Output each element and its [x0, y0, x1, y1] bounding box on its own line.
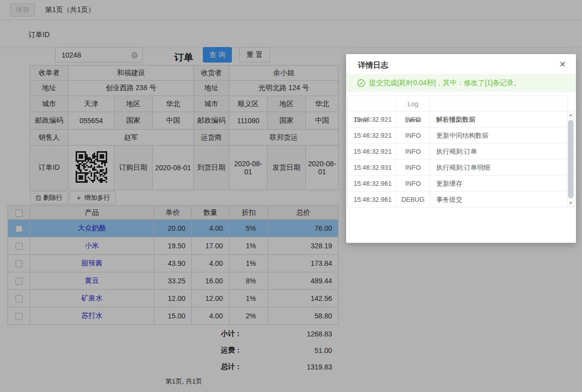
- log-time: 15:46:32.921: [348, 144, 396, 160]
- detail-log-dialog: 详情日志 ✕ 提交完成[耗时0.04秒]，其中：修改了[1]条记录。 Log 1…: [346, 54, 576, 243]
- log-scrollbar[interactable]: ▲ ▼: [567, 111, 574, 207]
- log-time: 15:46:32.931: [348, 160, 396, 176]
- log-col-level: Log: [396, 96, 430, 112]
- log-level: INFO: [396, 128, 430, 144]
- log-row: 15:46:32.921INFO更新中间结构数据: [348, 128, 568, 144]
- log-message: 解析报文数据解析辅助数据: [430, 112, 568, 128]
- log-col-time: [348, 96, 396, 112]
- success-alert: 提交完成[耗时0.04秒]，其中：修改了[1]条记录。: [346, 74, 576, 92]
- log-row: 15:46:32.921TimeINFOLevel解析报文数据解析辅助数据: [348, 112, 568, 128]
- log-header-row: Log: [348, 96, 568, 112]
- dialog-title: 详情日志: [358, 61, 388, 70]
- log-level: INFO: [396, 160, 430, 176]
- app-container: 保存 第1页（共1页） 订单ID ✕ 查 询 重 置 订单 收单者和福建设收货者…: [0, 0, 582, 392]
- log-col-log: [430, 96, 568, 112]
- log-level: INFO: [396, 144, 430, 160]
- alert-text: 提交完成[耗时0.04秒]，其中：修改了[1]条记录。: [369, 79, 521, 88]
- close-icon[interactable]: ✕: [559, 60, 566, 70]
- log-level: DEBUG: [396, 192, 430, 208]
- log-row: 15:46:32.961INFO更新缓存: [348, 176, 568, 192]
- log-level: INFO: [396, 176, 430, 192]
- log-message: 更新中间结构数据: [430, 128, 568, 144]
- log-row: 15:46:32.931INFO执行规则:订单明细: [348, 160, 568, 176]
- log-message: 执行规则:订单: [430, 144, 568, 160]
- log-time: 15:46:32.921: [348, 128, 396, 144]
- log-message: 事务提交: [430, 192, 568, 208]
- log-time: 15:46:32.961: [348, 192, 396, 208]
- log-row: 15:46:32.921INFO执行规则:订单: [348, 144, 568, 160]
- log-table: Log 15:46:32.921TimeINFOLevel解析报文数据解析辅助数…: [347, 96, 568, 208]
- log-message: 更新缓存: [430, 176, 568, 192]
- log-row: 15:46:32.961DEBUG事务提交: [348, 192, 568, 208]
- log-time: 15:46:32.961: [348, 176, 396, 192]
- scroll-thumb[interactable]: [568, 120, 573, 198]
- log-time: 15:46:32.921Time: [348, 112, 396, 128]
- log-level: INFOLevel: [396, 112, 430, 128]
- scroll-down-icon[interactable]: ▼: [567, 200, 574, 207]
- scroll-up-icon[interactable]: ▲: [567, 112, 574, 119]
- check-circle-icon: [357, 79, 365, 87]
- log-message: 执行规则:订单明细: [430, 160, 568, 176]
